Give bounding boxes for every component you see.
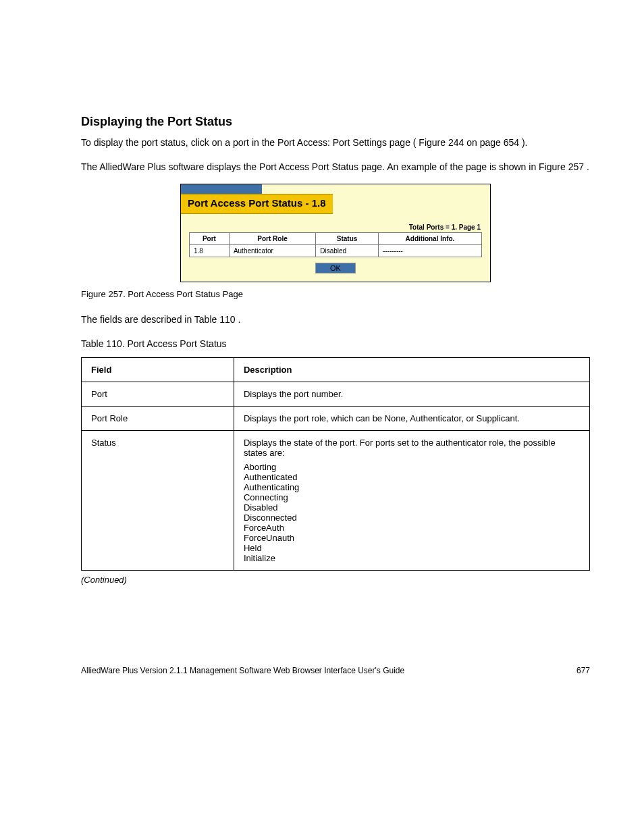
ref-desc-item: Disabled [244, 502, 580, 513]
dialog-tab [181, 184, 262, 194]
cell-port-role: Authenticator [229, 245, 315, 257]
ref-desc-item: Initialize [244, 553, 580, 563]
cell-port: 1.8 [190, 245, 230, 257]
footer-left: AlliedWare Plus Version 2.1.1 Management… [81, 666, 590, 675]
ref-desc-item: Connecting [244, 492, 580, 502]
footer-page-number: 677 [576, 666, 590, 675]
ref-field: Status [82, 430, 234, 570]
ref-table-caption: Table 110. Port Access Port Status [81, 337, 590, 352]
dialog-title: Port Access Port Status - 1.8 [188, 197, 326, 209]
ref-header-row: Field Description [82, 357, 590, 382]
ok-row: OK [189, 257, 482, 275]
dialog-title-bar: Port Access Port Status - 1.8 [181, 194, 333, 214]
col-header-status: Status [316, 233, 379, 245]
ref-field: Port [82, 382, 234, 406]
paragraph-1: To display the port status, click on a p… [81, 136, 590, 151]
dialog-meta: Total Ports = 1. Page 1 [189, 224, 482, 231]
ref-desc: Displays the port number. [234, 382, 589, 406]
col-header-port: Port [190, 233, 230, 245]
cell-status: Disabled [316, 245, 379, 257]
table-header-row: Port Port Role Status Additional Info. [190, 233, 482, 245]
ref-desc: Displays the state of the port. For port… [234, 430, 589, 570]
ref-desc-item: Aborting [244, 462, 580, 472]
ref-desc-item: Disconnected [244, 513, 580, 523]
ref-desc-item: Authenticated [244, 472, 580, 482]
port-status-table: Port Port Role Status Additional Info. 1… [189, 232, 482, 257]
ref-field: Port Role [82, 406, 234, 430]
cell-additional-info: --------- [378, 245, 481, 257]
col-header-additional-info: Additional Info. [378, 233, 481, 245]
port-status-dialog: Port Access Port Status - 1.8 Total Port… [180, 184, 491, 282]
ref-desc: Displays the port role, which can be Non… [234, 406, 589, 430]
paragraph-2: The AlliedWare Plus software displays th… [81, 160, 590, 175]
page-footer: AlliedWare Plus Version 2.1.1 Management… [81, 666, 590, 675]
table-row: 1.8 Authenticator Disabled --------- [190, 245, 482, 257]
reference-table: Field Description Port Displays the port… [81, 357, 590, 571]
section-heading: Displaying the Port Status [81, 115, 590, 129]
ref-desc-item: ForceAuth [244, 523, 580, 533]
ref-header-description: Description [234, 357, 589, 382]
ref-desc-item: Authenticating [244, 482, 580, 492]
ref-header-field: Field [82, 357, 234, 382]
ref-row: Status Displays the state of the port. F… [82, 430, 590, 570]
continued-marker: (Continued) [81, 575, 590, 585]
ref-desc-item: ForceUnauth [244, 533, 580, 543]
dialog-body: Total Ports = 1. Page 1 Port Port Role S… [181, 214, 490, 282]
ref-row: Port Displays the port number. [82, 382, 590, 406]
ref-desc-item: Held [244, 543, 580, 553]
ref-desc-intro: Displays the state of the port. For port… [244, 438, 580, 458]
lead-text: The fields are described in Table 110 . [81, 313, 590, 328]
ok-button[interactable]: OK [315, 263, 356, 273]
figure-caption: Figure 257. Port Access Port Status Page [81, 289, 590, 299]
ref-row: Port Role Displays the port role, which … [82, 406, 590, 430]
col-header-port-role: Port Role [229, 233, 315, 245]
figure-wrap: Port Access Port Status - 1.8 Total Port… [81, 184, 590, 282]
